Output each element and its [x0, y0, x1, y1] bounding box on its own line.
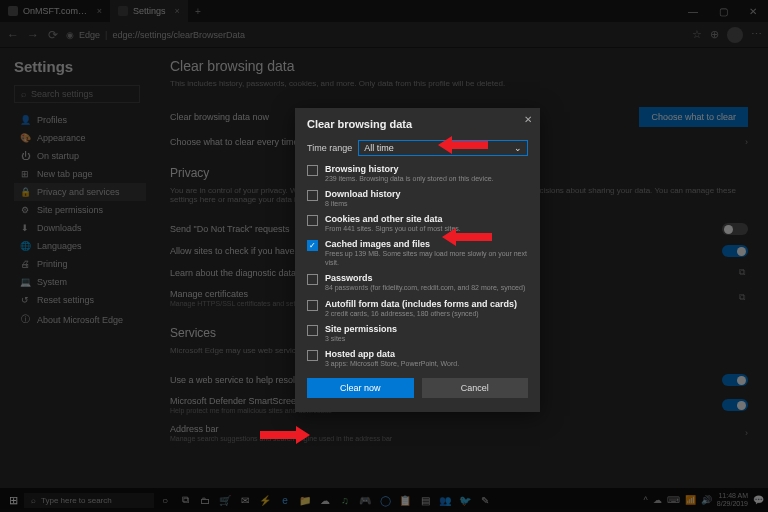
annotation-arrow — [442, 226, 492, 248]
dialog-close-button[interactable]: ✕ — [524, 114, 532, 125]
annotation-arrow — [260, 424, 310, 446]
checkbox-row[interactable]: Browsing history239 items. Browsing data… — [307, 164, 528, 183]
time-range-label: Time range — [307, 143, 352, 153]
checkbox-row[interactable]: ✓Cached images and filesFrees up 139 MB.… — [307, 239, 528, 267]
checkbox[interactable] — [307, 300, 318, 311]
checkbox-row[interactable]: Passwords84 passwords (for fidelity.com,… — [307, 273, 528, 292]
checkbox[interactable] — [307, 350, 318, 361]
checkbox[interactable] — [307, 190, 318, 201]
checkbox-row[interactable]: Site permissions3 sites — [307, 324, 528, 343]
chevron-down-icon: ⌄ — [514, 143, 522, 153]
checkbox[interactable]: ✓ — [307, 240, 318, 251]
checkbox[interactable] — [307, 325, 318, 336]
svg-marker-2 — [260, 426, 310, 444]
dialog-title: Clear browsing data — [307, 118, 528, 130]
checkbox-row[interactable]: Download history8 items — [307, 189, 528, 208]
checkbox[interactable] — [307, 274, 318, 285]
annotation-arrow — [438, 134, 488, 156]
svg-marker-1 — [442, 228, 492, 246]
cancel-button[interactable]: Cancel — [422, 378, 529, 398]
checkbox-row[interactable]: Hosted app data3 apps: Microsoft Store, … — [307, 349, 528, 368]
checkbox-row[interactable]: Cookies and other site dataFrom 441 site… — [307, 214, 528, 233]
checkbox[interactable] — [307, 165, 318, 176]
checkbox[interactable] — [307, 215, 318, 226]
checkbox-row[interactable]: Autofill form data (includes forms and c… — [307, 299, 528, 318]
svg-marker-0 — [438, 136, 488, 154]
clear-now-button[interactable]: Clear now — [307, 378, 414, 398]
clear-data-dialog: ✕ Clear browsing data Time range All tim… — [295, 108, 540, 412]
